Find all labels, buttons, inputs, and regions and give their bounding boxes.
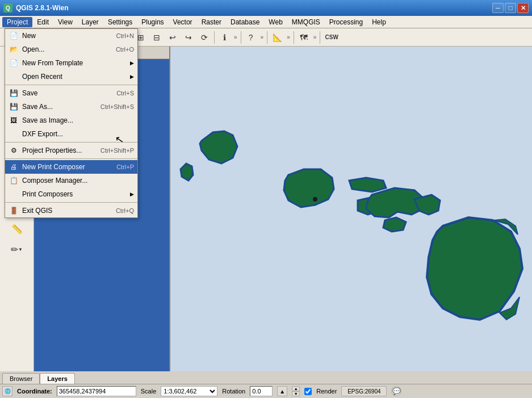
- render-label: Render: [316, 388, 337, 395]
- svg-marker-9: [383, 217, 406, 232]
- epsg-button[interactable]: EPSG:26904: [341, 386, 387, 396]
- tb-sep-2: [214, 31, 215, 44]
- scale-label: Scale: [141, 388, 157, 395]
- menu-settings[interactable]: Settings: [103, 17, 137, 27]
- menu-raster[interactable]: Raster: [197, 17, 226, 27]
- sep-2: [5, 142, 137, 143]
- arrow-tool-btn[interactable]: ✏▼: [7, 240, 27, 259]
- project-menu: 📄 New Ctrl+N 📂 Open... Ctrl+O 📄 New From…: [5, 28, 138, 218]
- menu-dxf-export[interactable]: DXF Export...: [5, 127, 137, 141]
- scale-select[interactable]: 1:3,602,462: [161, 386, 217, 396]
- menu-plugins[interactable]: Plugins: [137, 17, 168, 27]
- sep-1: [5, 85, 137, 85]
- menu-composer-manager[interactable]: 📋 Composer Manager...: [5, 174, 137, 187]
- menu-layer[interactable]: Layer: [77, 17, 103, 27]
- sep-3: [5, 158, 137, 159]
- recent-icon: [9, 72, 19, 82]
- titlebar: Q QGIS 2.8.1-Wien ─ □ ✕: [0, 0, 532, 16]
- submenu-arrow: ▶: [130, 60, 134, 66]
- sep-4: [5, 202, 137, 203]
- toolbar-overflow-1[interactable]: »: [233, 34, 238, 40]
- status-icon-btn[interactable]: 🌐: [2, 386, 12, 396]
- overview-btn[interactable]: 🗺: [296, 30, 311, 45]
- map-area: [170, 47, 532, 371]
- menu-project[interactable]: Project: [2, 17, 32, 27]
- refresh-btn[interactable]: ⟳: [197, 30, 212, 45]
- spin-up-btn[interactable]: ▲: [292, 386, 300, 391]
- rotation-up-btn[interactable]: ▲: [277, 386, 287, 396]
- rotation-input[interactable]: [250, 386, 273, 396]
- spin-down-btn[interactable]: ▼: [292, 391, 300, 396]
- save-icon: 💾: [9, 88, 19, 98]
- pan-fwd-btn[interactable]: ↪: [181, 30, 196, 45]
- svg-point-4: [313, 197, 317, 202]
- properties-icon: ⚙: [9, 145, 19, 156]
- svg-marker-5: [349, 178, 386, 192]
- minimize-button[interactable]: ─: [492, 3, 504, 13]
- layers-tab[interactable]: Layers: [40, 373, 74, 384]
- template-icon: 📄: [9, 58, 19, 68]
- composer-manager-icon: 📋: [9, 175, 19, 186]
- identify-btn[interactable]: ℹ: [217, 30, 232, 45]
- pan-back-btn[interactable]: ↩: [165, 30, 180, 45]
- kahoolawe-island: [383, 217, 406, 232]
- menu-project-properties[interactable]: ⚙ Project Properties... Ctrl+Shift+P: [5, 144, 137, 157]
- menu-database[interactable]: Database: [226, 17, 264, 27]
- coordinate-input[interactable]: [57, 386, 136, 396]
- submenu-arrow-print: ▶: [130, 191, 134, 197]
- menu-new-print-composer[interactable]: 🖨 New Print Composer Ctrl+P: [5, 160, 137, 174]
- save-as-icon: 💾: [9, 102, 19, 112]
- bottom-tabs: Browser Layers: [0, 371, 532, 384]
- project-dropdown-menu: 📄 New Ctrl+N 📂 Open... Ctrl+O 📄 New From…: [5, 28, 138, 218]
- molokai-island: [349, 178, 386, 192]
- print-composer-icon: 🖨: [9, 162, 19, 172]
- menu-open[interactable]: 📂 Open... Ctrl+O: [5, 43, 137, 56]
- menu-view[interactable]: View: [53, 17, 77, 27]
- epsg-label: EPSG:26904: [347, 388, 380, 395]
- close-button[interactable]: ✕: [517, 3, 529, 13]
- tb-sep-6: [320, 31, 320, 44]
- render-checkbox[interactable]: [304, 388, 312, 395]
- menu-vector[interactable]: Vector: [169, 17, 197, 27]
- print-composers-icon: [9, 189, 19, 199]
- help-btn[interactable]: ?: [244, 30, 258, 45]
- browser-tab[interactable]: Browser: [2, 373, 40, 384]
- menu-exit-qgis[interactable]: 🚪 Exit QGIS Ctrl+Q: [5, 204, 137, 217]
- menu-new-from-template[interactable]: 📄 New From Template ▶: [5, 56, 137, 70]
- menubar: Project Edit View Layer Settings Plugins…: [0, 16, 532, 28]
- save-image-icon: 🖼: [9, 115, 19, 125]
- tb-sep-5: [294, 31, 294, 44]
- window-title: QGIS 2.8.1-Wien: [16, 4, 492, 12]
- csw-btn[interactable]: CSW: [322, 30, 341, 45]
- menu-save-as[interactable]: 💾 Save As... Ctrl+Shift+S: [5, 100, 137, 114]
- maximize-button[interactable]: □: [505, 3, 516, 13]
- exit-icon: 🚪: [9, 206, 19, 216]
- coordinate-label: Coordinate:: [17, 388, 52, 395]
- hawaii-map: [170, 47, 532, 371]
- menu-help[interactable]: Help: [367, 17, 391, 27]
- toolbar-overflow-3[interactable]: »: [286, 34, 291, 40]
- menu-print-composers[interactable]: Print Composers ▶: [5, 187, 137, 201]
- measure-line-btn[interactable]: 📏: [7, 219, 27, 238]
- menu-edit[interactable]: Edit: [32, 17, 53, 27]
- menu-processing[interactable]: Processing: [325, 17, 367, 27]
- menu-web[interactable]: Web: [264, 17, 287, 27]
- new-icon: 📄: [9, 31, 19, 41]
- menu-save[interactable]: 💾 Save Ctrl+S: [5, 86, 137, 100]
- menu-save-image[interactable]: 🖼 Save as Image...: [5, 114, 137, 127]
- toolbar-overflow-4[interactable]: »: [312, 34, 318, 40]
- tb-sep-4: [267, 31, 267, 44]
- open-icon: 📂: [9, 44, 19, 55]
- window-controls: ─ □ ✕: [492, 3, 529, 13]
- toolbar-overflow-2[interactable]: »: [259, 34, 265, 40]
- menu-open-recent[interactable]: Open Recent ▶: [5, 70, 137, 83]
- statusbar: 🌐 Coordinate: Scale 1:3,602,462 Rotation…: [0, 384, 532, 398]
- measure-btn[interactable]: 📐: [270, 30, 284, 45]
- tb-sep-3: [241, 31, 241, 44]
- app-icon: Q: [3, 3, 12, 12]
- menu-new[interactable]: 📄 New Ctrl+N: [5, 29, 137, 43]
- menu-mmqgis[interactable]: MMQGIS: [287, 17, 325, 27]
- messages-btn[interactable]: 💬: [391, 386, 401, 396]
- dxf-icon: [9, 129, 19, 139]
- zoom-select-btn[interactable]: ⊟: [149, 30, 164, 45]
